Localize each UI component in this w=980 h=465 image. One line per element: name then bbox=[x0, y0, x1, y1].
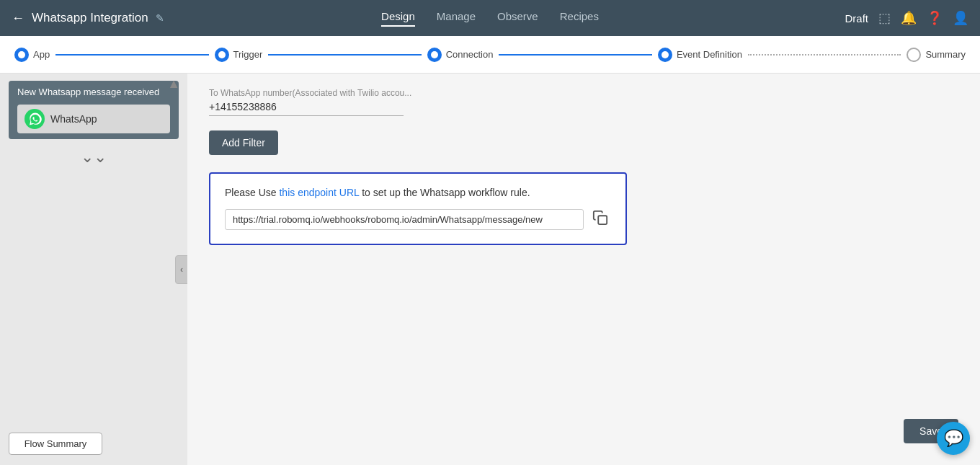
endpoint-input-row bbox=[225, 208, 611, 231]
step-trigger-label: Trigger bbox=[233, 49, 263, 60]
whatsapp-icon bbox=[24, 109, 45, 129]
header: ← Whatsapp Integration ✎ Design Manage O… bbox=[0, 0, 980, 36]
endpoint-box: Please Use this endpoint URL to set up t… bbox=[209, 172, 627, 245]
step-event-def-circle bbox=[658, 48, 672, 62]
main-layout: ▲ New Whatsapp message received WhatsApp… bbox=[0, 74, 980, 465]
endpoint-text-after: to set up the Whatsapp workflow rule. bbox=[359, 187, 530, 198]
sidebar: ▲ New Whatsapp message received WhatsApp… bbox=[0, 74, 187, 465]
endpoint-description: Please Use this endpoint URL to set up t… bbox=[225, 187, 611, 198]
phone-field-value: +14155238886 bbox=[209, 101, 404, 116]
phone-field-group: To WhatsApp number(Associated with Twili… bbox=[209, 88, 958, 116]
nav-recipes[interactable]: Recipes bbox=[560, 10, 599, 27]
flow-summary-button[interactable]: Flow Summary bbox=[9, 433, 102, 455]
copy-icon bbox=[592, 210, 608, 226]
step-summary[interactable]: Summary bbox=[906, 48, 966, 62]
nav-design[interactable]: Design bbox=[381, 10, 415, 27]
external-link-icon[interactable]: ⬚ bbox=[878, 10, 891, 26]
endpoint-url-input[interactable] bbox=[225, 209, 584, 230]
step-event-def[interactable]: Event Definition bbox=[658, 48, 742, 62]
svg-rect-1 bbox=[598, 216, 607, 224]
connector-3 bbox=[499, 54, 651, 56]
connector-4 bbox=[748, 54, 901, 56]
scroll-up-icon[interactable]: ▲ bbox=[167, 76, 180, 92]
svg-point-0 bbox=[24, 109, 45, 129]
header-left: ← Whatsapp Integration ✎ bbox=[12, 11, 331, 26]
step-trigger-circle bbox=[215, 48, 229, 62]
back-button[interactable]: ← bbox=[12, 11, 24, 26]
collapse-arrow[interactable]: ⌄⌄ bbox=[81, 148, 107, 167]
phone-field-label: To WhatsApp number(Associated with Twili… bbox=[209, 88, 958, 98]
endpoint-link-text[interactable]: this endpoint URL bbox=[279, 187, 359, 198]
chat-icon: 💬 bbox=[944, 429, 963, 448]
steps-bar: App Trigger Connection Event Definition … bbox=[0, 36, 980, 74]
step-trigger[interactable]: Trigger bbox=[215, 48, 263, 62]
step-connection[interactable]: Connection bbox=[427, 48, 494, 62]
draft-badge: Draft bbox=[845, 12, 869, 25]
connector-1 bbox=[55, 54, 208, 56]
app-title: Whatsapp Integration bbox=[32, 11, 148, 25]
help-icon[interactable]: ❓ bbox=[927, 10, 943, 26]
whatsapp-label: WhatsApp bbox=[50, 113, 97, 125]
step-event-def-label: Event Definition bbox=[677, 49, 742, 60]
collapse-handle[interactable]: ‹ bbox=[175, 255, 187, 284]
trigger-label: New Whatsapp message received bbox=[17, 87, 170, 99]
edit-icon[interactable]: ✎ bbox=[156, 12, 164, 24]
user-icon[interactable]: 👤 bbox=[953, 10, 968, 26]
collapse-handle-icon: ‹ bbox=[180, 265, 183, 275]
step-connection-label: Connection bbox=[446, 49, 494, 60]
endpoint-text-before: Please Use bbox=[225, 187, 279, 198]
step-app[interactable]: App bbox=[14, 48, 50, 62]
content-area: To WhatsApp number(Associated with Twili… bbox=[187, 74, 980, 465]
header-right: Draft ⬚ 🔔 ❓ 👤 bbox=[649, 10, 968, 26]
nav-observe[interactable]: Observe bbox=[497, 10, 538, 27]
step-app-circle bbox=[14, 48, 29, 62]
add-filter-button[interactable]: Add Filter bbox=[209, 130, 278, 155]
bell-icon[interactable]: 🔔 bbox=[901, 10, 917, 26]
step-summary-circle bbox=[906, 48, 921, 62]
step-app-label: App bbox=[33, 49, 50, 60]
chat-widget[interactable]: 💬 bbox=[937, 422, 970, 455]
step-connection-circle bbox=[427, 48, 442, 62]
copy-button[interactable] bbox=[589, 208, 611, 231]
header-nav: Design Manage Observe Recipes bbox=[331, 10, 650, 27]
nav-manage[interactable]: Manage bbox=[437, 10, 476, 27]
step-summary-label: Summary bbox=[925, 49, 966, 60]
trigger-card: New Whatsapp message received WhatsApp bbox=[9, 81, 179, 139]
connector-2 bbox=[268, 54, 421, 56]
whatsapp-row: WhatsApp bbox=[17, 105, 170, 133]
